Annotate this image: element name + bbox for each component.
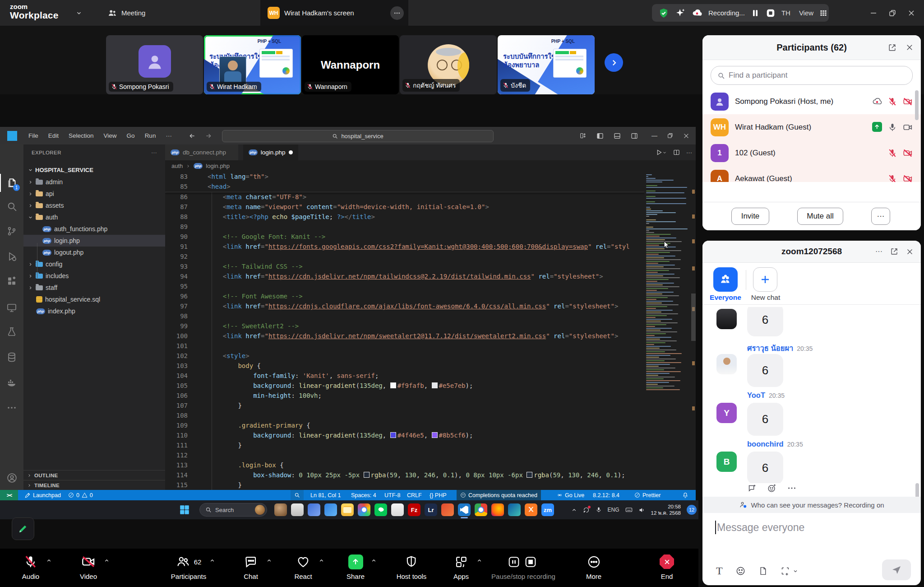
taskbar-icon-zoom-app[interactable]: zm (541, 503, 554, 516)
toolbar-share-button[interactable]: Share (346, 554, 365, 580)
explorer-more-icon[interactable]: ··· (151, 150, 157, 155)
mic-off-icon[interactable] (888, 149, 897, 158)
participant-row-3[interactable]: 1102 (Guest) (702, 140, 921, 166)
tree-item-includes[interactable]: includes (23, 270, 165, 282)
vscode-close-icon[interactable] (683, 133, 689, 139)
taskbar-icon-bluestacks-tiles[interactable] (324, 503, 337, 516)
screencast-search-item[interactable] (291, 490, 304, 500)
chat-close-icon[interactable] (906, 248, 914, 256)
toolbar-audio-button[interactable]: Audio (22, 554, 39, 580)
video-tile-3[interactable]: WannapornWannaporn (302, 35, 399, 94)
mute-all-button[interactable]: Mute all (797, 208, 843, 225)
message-bubble[interactable]: 6 (747, 354, 783, 387)
video-tile-5[interactable]: PHP + SQLระบบบันทึกการใช้ ห้องพยาบาลบังช… (498, 35, 595, 94)
tab-shared-screen[interactable]: WH Wirat Hadkam's screen (260, 0, 408, 26)
nav-back-icon[interactable] (189, 132, 196, 140)
activitybar-source-control-icon[interactable] (0, 222, 23, 240)
editor-more-icon[interactable]: ··· (686, 149, 692, 156)
participants-popout-icon[interactable] (888, 43, 896, 52)
tree-item-auth[interactable]: auth (23, 211, 165, 223)
taskbar-icon-stacked-windows[interactable] (291, 503, 304, 516)
activitybar-account-icon[interactable] (0, 469, 23, 487)
tree-item-admin[interactable]: admin (23, 176, 165, 188)
timeline-section[interactable]: TIMELINE (23, 480, 165, 490)
toggle-secondary-sidebar-icon[interactable] (631, 132, 638, 140)
taskbar-clock[interactable]: 20:58 12 พ.ค. 2568 (651, 503, 681, 517)
message-bubble[interactable]: 6 (747, 307, 783, 336)
view-grid-icon[interactable] (819, 9, 827, 17)
chevron-up-icon[interactable] (209, 558, 215, 564)
security-shield-icon[interactable] (658, 8, 669, 19)
toolbar-host-tools-button[interactable]: Host tools (397, 554, 427, 580)
tray-vpn-icon[interactable] (583, 507, 590, 513)
quote-reply-icon[interactable] (747, 483, 757, 493)
video-tile-4[interactable]: กฤตัชญ์ ทัศนศร (400, 35, 497, 94)
attach-file-icon[interactable] (758, 566, 768, 576)
new-chat-label[interactable]: New chat (749, 294, 782, 302)
chevron-up-icon[interactable] (319, 558, 324, 564)
next-videos-button[interactable] (605, 53, 623, 72)
layout-customize-icon[interactable] (580, 132, 587, 139)
activitybar-testing-icon[interactable] (0, 323, 23, 341)
activitybar-remote-explorer-icon[interactable] (0, 299, 23, 317)
indentation-item[interactable]: Spaces: 4 (347, 490, 380, 500)
invite-button[interactable]: Invite (731, 208, 769, 225)
vscode-command-search[interactable]: hospital_service (222, 130, 494, 142)
stop-recording-button[interactable] (766, 8, 776, 18)
toggle-panel-icon[interactable] (614, 132, 621, 140)
cam-off-icon[interactable] (903, 97, 913, 107)
tree-item-index-php[interactable]: phpindex.php (23, 305, 165, 317)
chevron-up-icon[interactable] (104, 558, 110, 564)
chat-more-icon[interactable]: ··· (875, 247, 882, 256)
participant-row-4[interactable]: AAekawat (Guest) (702, 166, 921, 182)
breadcrumb-folder[interactable]: auth (171, 163, 183, 169)
menu-[interactable]: ··· (161, 132, 177, 139)
menu-edit[interactable]: Edit (43, 132, 64, 139)
everyone-thread-label[interactable]: Everyone (709, 294, 742, 302)
screenshot-icon[interactable] (781, 566, 798, 576)
taskbar-search[interactable]: Search (199, 503, 267, 517)
prettier-item[interactable]: Prettier (631, 490, 664, 500)
toolbar-end-button[interactable]: End (660, 554, 674, 580)
message-sender[interactable]: YooT (747, 391, 765, 399)
cursor-position-item[interactable]: Ln 81, Col 1 (307, 490, 344, 500)
encoding-item[interactable]: UTF-8 (381, 490, 404, 500)
toolbar-video-button[interactable]: Video (80, 554, 97, 580)
workspace-chevron-down-icon[interactable] (76, 10, 82, 16)
tree-item-assets[interactable]: assets (23, 200, 165, 211)
notification-badge[interactable]: 12 (687, 505, 697, 515)
participants-more-button[interactable]: ··· (871, 208, 890, 225)
taskbar-icon-chrome[interactable] (475, 503, 487, 516)
nav-forward-icon[interactable] (205, 132, 212, 140)
tree-item-staff[interactable]: staff (23, 282, 165, 294)
taskbar-icon-app-4[interactable] (308, 503, 320, 516)
run-file-icon[interactable] (656, 149, 667, 156)
code-editor[interactable]: 83<html lang="th">85<head> 86 <meta char… (165, 172, 696, 490)
activitybar-database-icon[interactable] (0, 348, 23, 366)
format-text-icon[interactable]: T (716, 565, 723, 577)
pause-recording-button[interactable] (751, 9, 760, 18)
tray-speaker-icon[interactable] (638, 507, 645, 513)
unsaved-dot-icon[interactable] (289, 150, 293, 154)
tree-item-login-php[interactable]: phplogin.php (23, 235, 165, 247)
breadcrumb[interactable]: auth php login.php (165, 160, 696, 172)
eol-item[interactable]: CRLF (403, 490, 425, 500)
window-close-button[interactable] (908, 9, 915, 17)
menu-selection[interactable]: Selection (64, 132, 99, 139)
breadcrumb-file[interactable]: login.php (206, 163, 230, 169)
screen-tab-more-button[interactable] (390, 6, 404, 20)
privacy-banner[interactable]: Who can see your messages? Recording on (702, 497, 921, 513)
participants-close-icon[interactable] (906, 43, 914, 51)
chevron-up-icon[interactable] (266, 558, 272, 564)
cam-off-icon[interactable] (903, 174, 913, 182)
everyone-thread-button[interactable] (713, 267, 738, 292)
message-bubble[interactable]: 6 (747, 403, 783, 436)
send-message-button[interactable] (882, 559, 911, 580)
toolbar-pause-stop-recording-button[interactable]: Pause/stop recording (491, 554, 555, 580)
activitybar-explorer-icon[interactable]: 1 (0, 174, 23, 192)
message-more-icon[interactable] (787, 483, 797, 493)
chat-input[interactable]: Message everyone (715, 521, 804, 534)
outline-section[interactable]: OUTLINE (23, 470, 165, 480)
share-badge-icon[interactable] (872, 122, 882, 132)
mic-on-icon[interactable] (888, 123, 897, 132)
